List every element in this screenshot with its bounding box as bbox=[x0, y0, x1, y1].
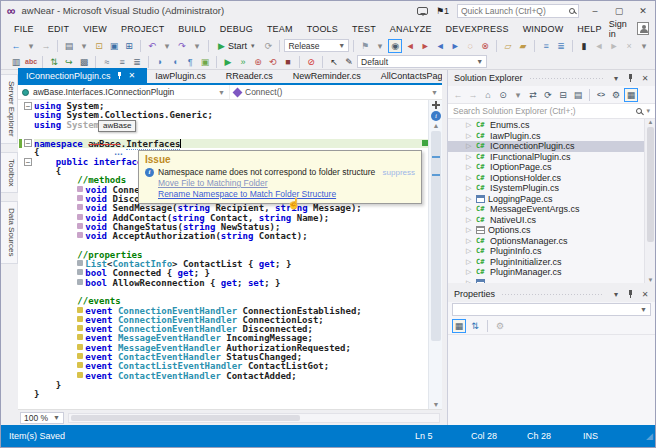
close-button[interactable]: ✕ bbox=[635, 6, 651, 16]
menu-view[interactable]: VIEW bbox=[76, 22, 114, 36]
menu-window[interactable]: WINDOW bbox=[516, 22, 571, 36]
expander-icon[interactable]: ▷ bbox=[466, 184, 473, 192]
minimize-button[interactable]: – bbox=[587, 6, 603, 16]
nav-prev-member-button[interactable]: ◄ bbox=[403, 39, 417, 53]
save-button[interactable]: ▣ bbox=[107, 39, 121, 53]
restart-button[interactable]: ⟳ bbox=[261, 39, 275, 53]
move-down-button[interactable]: ≣ bbox=[554, 39, 568, 53]
tree-item-options-cs[interactable]: ▷Options.cs bbox=[448, 225, 655, 236]
selection-tool-button[interactable]: ↖ bbox=[327, 55, 341, 69]
open-containing-folder-button[interactable]: ▱ bbox=[501, 39, 515, 53]
code-metrics-button[interactable]: ▥ bbox=[9, 55, 23, 69]
move-up-button[interactable]: ≡ bbox=[539, 39, 553, 53]
nav-next-member-button[interactable]: ► bbox=[418, 39, 432, 53]
scrollbar-thumb[interactable] bbox=[647, 127, 654, 242]
nav-back-dropdown[interactable]: ▾ bbox=[24, 39, 38, 53]
bookmark-clear-button[interactable]: × bbox=[622, 39, 636, 53]
new-file-button[interactable]: ▤ bbox=[62, 39, 76, 53]
tree-item-pluginmanager-cs[interactable]: ▷C#PluginManager.cs bbox=[448, 267, 655, 278]
editor-vertical-scrollbar[interactable]: i ▲ ▼ bbox=[428, 100, 442, 409]
expander-icon[interactable]: ▷ bbox=[466, 153, 473, 161]
se-view-code-button[interactable]: <> bbox=[594, 88, 608, 102]
cursor-forward-button[interactable]: ► bbox=[448, 39, 462, 53]
expander-icon[interactable]: ▷ bbox=[466, 142, 473, 150]
tab-iawplugin-cs[interactable]: IawPlugin.cs bbox=[147, 68, 218, 83]
tree-item-loggingpage-cs[interactable]: ▷LoggingPage.cs bbox=[448, 194, 655, 205]
quick-launch-box[interactable] bbox=[457, 4, 579, 18]
menu-debug[interactable]: DEBUG bbox=[213, 22, 260, 36]
bookmark-prev-button[interactable]: ◄ bbox=[592, 39, 606, 53]
find-button[interactable]: ⚑ bbox=[358, 39, 372, 53]
smart-tag-dots[interactable]: … bbox=[114, 147, 124, 157]
expander-icon[interactable]: ▷ bbox=[466, 121, 473, 129]
scrollbar-thumb[interactable] bbox=[431, 131, 441, 341]
break-tests-button[interactable]: ⊛ bbox=[251, 55, 265, 69]
tab-rreader-cs[interactable]: RReader.cs bbox=[218, 68, 285, 83]
tree-item-isystemplugin-cs[interactable]: ▷C#ISystemPlugin.cs bbox=[448, 183, 655, 194]
menu-devexpress[interactable]: DEVEXPRESS bbox=[439, 22, 516, 36]
se-back-button[interactable]: ← bbox=[451, 88, 465, 102]
highlight-references-button[interactable]: ◌ bbox=[463, 39, 477, 53]
se-home-button[interactable]: ⌂ bbox=[481, 88, 495, 102]
resize-grip-icon[interactable]: ◢ bbox=[639, 431, 655, 441]
se-show-all-files-button[interactable]: ▦ bbox=[624, 88, 638, 102]
expander-icon[interactable]: ▷ bbox=[466, 216, 473, 224]
code-line-30[interactable]: event ContactEventHandler ContactAdded; bbox=[34, 372, 428, 381]
props-alphabetical-button[interactable]: ⇅ bbox=[468, 319, 482, 333]
editor-gutter[interactable]: ––– bbox=[18, 100, 34, 409]
tree-item-ioptionsholder-cs[interactable]: ▷C#IOptionsHolder.cs bbox=[448, 173, 655, 184]
nav-forward-button[interactable]: → bbox=[39, 39, 53, 53]
run-all-tests-button[interactable]: » bbox=[236, 55, 250, 69]
expander-icon[interactable]: ▷ bbox=[466, 163, 473, 171]
move-file-link[interactable]: Move File to Matching Folder bbox=[158, 178, 415, 188]
properties-object-combobox[interactable]: ▼ bbox=[452, 303, 651, 316]
se-sync-active-button[interactable]: ⇄ bbox=[526, 88, 540, 102]
se-pending-changes-button[interactable]: ⊙ bbox=[496, 88, 510, 102]
tree-item-iconnectionplugin-cs[interactable]: ▷C#IConnectionPlugin.cs bbox=[448, 141, 655, 152]
props-property-pages-button[interactable]: ⚙ bbox=[493, 319, 507, 333]
properties-header[interactable]: Properties ▾ ✕ bbox=[448, 286, 655, 302]
redo-button[interactable]: ↷ bbox=[175, 39, 189, 53]
type-dropdown[interactable]: awBase.Interfaces.IConnectionPlugin ▼ bbox=[18, 85, 230, 99]
solution-explorer-search[interactable]: Search Solution Explorer (Ctrl+;) ▾ bbox=[448, 104, 655, 119]
tree-item-plugininitializer-cs[interactable]: ▷C#PluginInitializer.cs bbox=[448, 257, 655, 268]
expander-icon[interactable]: ▷ bbox=[466, 205, 473, 213]
code-line-3[interactable]: using System.Text; bbox=[34, 121, 428, 130]
tree-item-plugininfo-cs[interactable]: ▷C#PluginInfo.cs bbox=[448, 246, 655, 257]
code-line-20[interactable]: bool AllowReconnection { get; set; } bbox=[34, 279, 428, 288]
code-line-5[interactable]: namespace awBase.Interfaces bbox=[34, 139, 428, 148]
find-in-files-button[interactable]: ◉ bbox=[388, 39, 402, 53]
expander-icon[interactable]: ▷ bbox=[466, 132, 473, 140]
feedback-icon[interactable] bbox=[417, 7, 428, 15]
close-icon[interactable]: ✕ bbox=[639, 290, 651, 299]
code-line-32[interactable]: } bbox=[34, 390, 428, 399]
se-properties-page-button[interactable]: ▤ bbox=[571, 88, 585, 102]
props-categorized-button[interactable]: ▦ bbox=[452, 319, 466, 333]
tab-newreminder-cs[interactable]: NewReminder.cs bbox=[285, 68, 373, 83]
expander-icon[interactable]: ▷ bbox=[466, 268, 473, 276]
pin-icon[interactable] bbox=[626, 73, 635, 83]
scroll-down-arrow[interactable]: ▼ bbox=[429, 401, 442, 408]
find-dropdown[interactable]: ▾ bbox=[373, 39, 387, 53]
nav-back-button[interactable]: ← bbox=[9, 39, 23, 53]
code-line-31[interactable]: } bbox=[34, 381, 428, 390]
expander-icon[interactable]: ▷ bbox=[466, 279, 473, 283]
se-preview-button[interactable]: ⚙ bbox=[609, 88, 623, 102]
editor-horizontal-scrollbar[interactable] bbox=[68, 413, 440, 423]
member-dropdown[interactable]: Connect() ▼ bbox=[230, 85, 442, 99]
tree-item-enums-cs[interactable]: ▷C#Enums.cs bbox=[448, 120, 655, 131]
code-text[interactable]: using System;using System.Collections.Ge… bbox=[34, 102, 428, 400]
flag-comment-button[interactable]: ¶ bbox=[183, 55, 197, 69]
undo-button[interactable]: ↶ bbox=[145, 39, 159, 53]
sync-namespaces-button[interactable]: ▰ bbox=[516, 39, 530, 53]
se-refresh-button[interactable]: ⟳ bbox=[541, 88, 555, 102]
fold-collapse-box[interactable]: – bbox=[24, 102, 32, 110]
new-file-dropdown[interactable]: ▾ bbox=[77, 39, 91, 53]
sign-in-link[interactable]: Sign in bbox=[609, 19, 633, 39]
expander-icon[interactable]: ▷ bbox=[466, 258, 473, 266]
code-screenshot-button[interactable]: ▣ bbox=[198, 55, 212, 69]
scrollbar-info-icon[interactable]: i bbox=[431, 111, 441, 121]
sidebar-tab-data-sources[interactable]: Data Sources bbox=[1, 201, 18, 263]
add-comment-button[interactable]: ◗ bbox=[153, 55, 167, 69]
menu-help[interactable]: HELP bbox=[570, 22, 608, 36]
